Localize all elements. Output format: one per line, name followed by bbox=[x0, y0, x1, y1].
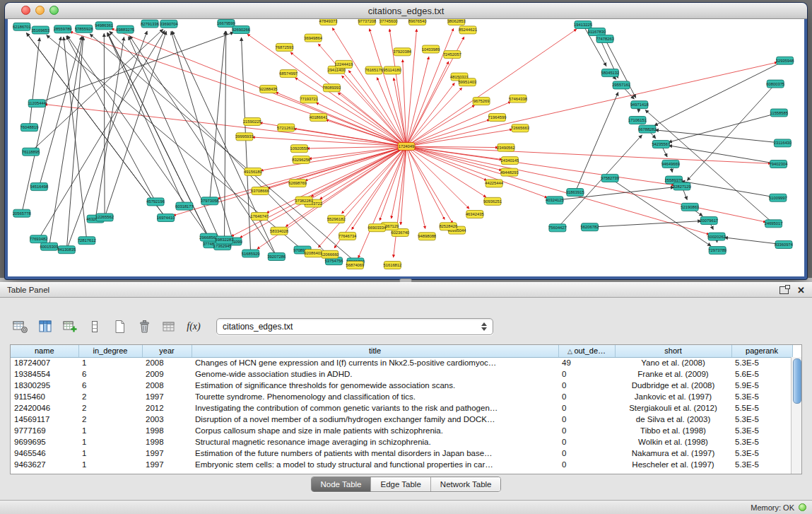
cell-title[interactable]: Structural magnetic resonance image aver… bbox=[192, 436, 558, 448]
graph-node[interactable]: 57464338 bbox=[509, 95, 527, 103]
graph-node[interactable]: 60318177 bbox=[175, 202, 194, 210]
cell-title[interactable]: Genome-wide association studies in ADHD. bbox=[192, 368, 558, 380]
graph-node[interactable]: 83296256 bbox=[292, 156, 310, 164]
graph-node[interactable]: 10920558 bbox=[290, 145, 309, 153]
graph-node[interactable]: 10433989 bbox=[422, 45, 440, 53]
graph-node[interactable]: 21590225 bbox=[243, 118, 261, 126]
graph-node[interactable]: 68574997 bbox=[279, 70, 298, 78]
graph-node[interactable]: 35169653 bbox=[31, 26, 49, 34]
column-header-name[interactable]: name bbox=[11, 345, 78, 357]
new-column-icon[interactable] bbox=[61, 317, 79, 336]
new-file-icon[interactable] bbox=[110, 317, 129, 336]
graph-node[interactable]: 1724049 bbox=[398, 143, 415, 151]
graph-edge[interactable] bbox=[406, 146, 674, 185]
graph-node[interactable]: 39207286 bbox=[267, 253, 286, 261]
graph-node[interactable]: 72817612 bbox=[78, 237, 96, 245]
tab-edge-table[interactable]: Edge Table bbox=[370, 477, 430, 491]
graph-node[interactable]: 32935948 bbox=[776, 57, 794, 64]
cell-short[interactable]: Hescheler et al. (1997) bbox=[615, 459, 731, 470]
graph-edge[interactable] bbox=[558, 135, 642, 228]
cell-out_degree[interactable]: 0 bbox=[558, 448, 615, 459]
graph-node[interactable]: 94649669 bbox=[661, 160, 680, 168]
column-header-out_degree[interactable]: △ out_de… bbox=[558, 345, 615, 357]
graph-edge[interactable] bbox=[687, 84, 775, 181]
graph-edge[interactable] bbox=[30, 37, 40, 127]
float-panel-icon[interactable] bbox=[779, 286, 789, 294]
table-row[interactable]: 1938455462009Genome-wide association stu… bbox=[11, 368, 792, 380]
graph-node[interactable]: 62186701 bbox=[13, 23, 31, 30]
graph-node[interactable]: 89676540 bbox=[408, 19, 427, 25]
rows-icon[interactable] bbox=[86, 317, 104, 336]
graph-node[interactable]: 24340145 bbox=[501, 157, 519, 165]
cell-in_degree[interactable]: 6 bbox=[78, 368, 142, 380]
graph-node[interactable]: 24695017 bbox=[765, 220, 783, 228]
table-row[interactable]: 1830029562008Estimation of significance … bbox=[11, 380, 792, 391]
graph-node[interactable]: 55296182 bbox=[327, 215, 346, 223]
graph-node[interactable]: 11205444 bbox=[28, 100, 47, 107]
graph-node[interactable]: 91167830 bbox=[588, 28, 606, 36]
graph-edge[interactable] bbox=[90, 34, 355, 262]
cell-in_degree[interactable]: 1 bbox=[78, 459, 142, 470]
minimize-window-button[interactable] bbox=[35, 6, 45, 15]
graph-node[interactable]: 59951403 bbox=[458, 78, 476, 86]
cell-year[interactable]: 2003 bbox=[142, 414, 192, 425]
cell-name[interactable]: 18724007 bbox=[11, 357, 78, 368]
graph-node[interactable]: 77478263 bbox=[596, 35, 614, 43]
graph-edge[interactable] bbox=[406, 102, 511, 146]
cell-year[interactable]: 2012 bbox=[142, 402, 192, 414]
graph-node[interactable]: 63708666 bbox=[251, 187, 269, 195]
cell-year[interactable]: 1997 bbox=[142, 459, 192, 470]
table-row[interactable]: 977716911998Corpus callosum shape and si… bbox=[11, 425, 792, 436]
graph-edge[interactable] bbox=[406, 146, 486, 197]
cell-year[interactable]: 1997 bbox=[142, 448, 192, 459]
graph-node[interactable]: 97737208 bbox=[358, 19, 376, 25]
graph-node[interactable]: 97582739 bbox=[601, 174, 619, 182]
graph-edge[interactable] bbox=[39, 30, 165, 239]
table-panel-titlebar[interactable]: Table Panel ✕ bbox=[0, 282, 812, 298]
graph-node[interactable]: 94971418 bbox=[630, 101, 649, 109]
cell-pagerank[interactable]: 5.6E-5 bbox=[731, 368, 792, 380]
table-selector-dropdown[interactable]: citations_edges.txt bbox=[216, 318, 493, 335]
graph-node[interactable]: 36949864 bbox=[304, 34, 323, 42]
graph-node[interactable]: 66788282 bbox=[638, 125, 657, 133]
cell-title[interactable]: Investigating the contribution of common… bbox=[192, 402, 558, 414]
graph-node[interactable]: 77193721 bbox=[300, 95, 318, 103]
table-row[interactable]: 969969511998Structural magnetic resonanc… bbox=[11, 436, 792, 448]
table-row[interactable]: 946554611997Estimation of the future num… bbox=[11, 448, 792, 459]
cell-short[interactable]: Yano et al. (2008) bbox=[615, 357, 731, 368]
graph-node[interactable]: 60015309 bbox=[40, 243, 59, 250]
graph-node[interactable]: 72973789 bbox=[708, 247, 726, 255]
cell-title[interactable]: Changes of HCN gene expression and I(f) … bbox=[192, 357, 558, 368]
graph-edge[interactable] bbox=[406, 146, 445, 220]
graph-edge[interactable] bbox=[210, 31, 225, 201]
cell-in_degree[interactable]: 2 bbox=[78, 391, 142, 402]
graph-edge[interactable] bbox=[295, 78, 407, 146]
graph-node[interactable]: 44225444 bbox=[485, 180, 504, 187]
cell-title[interactable]: Embryonic stem cells: a model to study s… bbox=[192, 459, 558, 470]
graph-node[interactable]: 90936251 bbox=[483, 197, 502, 205]
graph-edge[interactable] bbox=[655, 130, 783, 144]
window-titlebar[interactable]: citations_edges.txt bbox=[5, 3, 807, 19]
cell-out_degree[interactable]: 0 bbox=[558, 436, 615, 448]
cell-name[interactable]: 9463627 bbox=[11, 459, 78, 470]
graph-edge[interactable] bbox=[654, 61, 785, 126]
graph-node[interactable]: 77693482 bbox=[30, 235, 48, 243]
graph-node[interactable]: 37920384 bbox=[393, 48, 412, 56]
graph-node[interactable]: 50020262 bbox=[707, 233, 726, 240]
cell-out_degree[interactable]: 0 bbox=[558, 459, 615, 470]
cell-short[interactable]: Dudbridge et al. (2008) bbox=[615, 380, 731, 391]
cell-pagerank[interactable]: 5.9E-5 bbox=[731, 380, 792, 391]
zoom-window-button[interactable] bbox=[49, 6, 59, 15]
function-builder-button[interactable]: f(x) bbox=[184, 317, 203, 336]
graph-edge[interactable] bbox=[39, 36, 82, 187]
graph-node[interactable]: 92288435 bbox=[259, 86, 278, 93]
cell-out_degree[interactable]: 0 bbox=[558, 368, 615, 380]
column-header-year[interactable]: year bbox=[142, 345, 192, 357]
cell-pagerank[interactable]: 5.3E-5 bbox=[731, 357, 792, 368]
graph-node[interactable]: 23116430 bbox=[774, 139, 792, 147]
column-header-pagerank[interactable]: pagerank bbox=[731, 345, 792, 357]
cell-pagerank[interactable]: 5.3E-5 bbox=[731, 414, 792, 425]
scrollbar-thumb[interactable] bbox=[793, 358, 801, 404]
graph-node[interactable]: 69883275 bbox=[116, 25, 134, 33]
graph-node[interactable]: 78089393 bbox=[323, 84, 341, 92]
